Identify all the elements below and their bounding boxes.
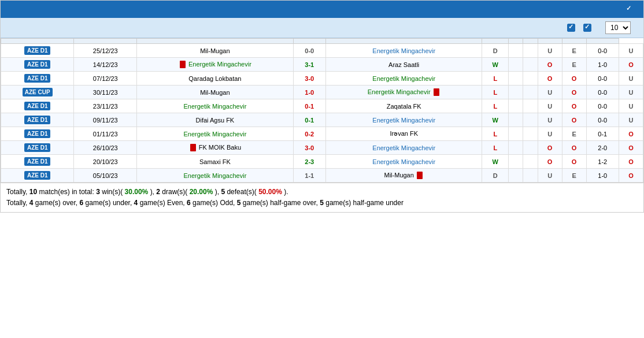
result-value: W: [493, 61, 498, 68]
team1-name: FK MOIK Baku: [199, 144, 241, 151]
cell-result: L: [482, 127, 509, 141]
cell-handicap: [509, 44, 523, 58]
cell-team2: Energetik Mingachevir: [325, 86, 482, 99]
display-notes-checkbox[interactable]: [625, 5, 633, 13]
cell-score: 0-0: [293, 44, 325, 58]
col-ht: [562, 39, 586, 44]
odd-even-value: O: [572, 75, 577, 82]
summary-odd-text: game(s) Odd,: [193, 199, 237, 207]
cell-result: L: [482, 72, 509, 86]
col-over-under-25: [523, 39, 538, 44]
cell-score: 0-1: [293, 99, 325, 113]
cell-result: W: [482, 155, 509, 169]
col-team2: [325, 39, 482, 44]
team2-name: Irəvan FK: [390, 130, 418, 137]
col-odd-even: [538, 39, 562, 44]
odd-even-value: E: [572, 47, 576, 54]
table-row: AZE D105/10/23Energetik Mingachevir1-1Mi…: [1, 169, 643, 183]
summary-line1: Totally, 10 match(es) in total: 3 win(s)…: [6, 187, 638, 198]
table-row: AZE D107/12/23Qaradag Lokbatan3-0Energet…: [1, 72, 643, 86]
cell-date: 01/11/23: [74, 127, 137, 141]
summary-wins: 3: [96, 188, 100, 196]
odd-even-value: E: [572, 61, 576, 68]
aze-cup-checkbox[interactable]: [567, 24, 575, 32]
score-value: 1-0: [305, 89, 314, 96]
cell-match: AZE D1: [1, 127, 74, 141]
summary-win-pct: 30.00%: [125, 188, 149, 196]
cell-ht: 0-0: [586, 44, 619, 58]
cell-over-under: O: [538, 155, 562, 169]
cell-odd-even: E: [562, 58, 586, 72]
cell-odds: [523, 169, 538, 183]
team1-name: Samaxi FK: [199, 158, 231, 165]
score-value: 3-1: [305, 61, 314, 68]
cell-result: L: [482, 86, 509, 99]
cell-result: D: [482, 169, 509, 183]
over-under-value: U: [547, 131, 552, 138]
odd-even-value: O: [572, 89, 577, 96]
cell-team1: Energetik Mingachevir: [137, 58, 294, 72]
team2-name: Energetik Mingachevir: [368, 88, 431, 95]
cell-result: L: [482, 141, 509, 155]
team1-name: Energetik Mingachevir: [183, 103, 246, 110]
match-badge: AZE D1: [24, 129, 51, 138]
cell-over-under: O: [538, 58, 562, 72]
cell-team2: Energetik Mingachevir: [325, 141, 482, 155]
cell-over-under-075: O: [619, 141, 643, 155]
aze-cup-filter[interactable]: [567, 24, 578, 32]
cell-odds: [523, 86, 538, 99]
odd-even-value: E: [572, 131, 576, 138]
over-under-value: U: [547, 117, 552, 124]
scores-table: AZE D125/12/23Mil-Mugan0-0Energetik Ming…: [1, 38, 643, 183]
summary-even: 4: [134, 199, 138, 207]
cell-date: 25/12/23: [74, 44, 137, 58]
team1-name: Mil-Mugan: [200, 47, 230, 54]
red-card-icon: [190, 144, 196, 151]
red-card-icon: [417, 172, 423, 179]
cell-ht: 0-1: [586, 127, 619, 141]
over-under-075-value: U: [628, 103, 633, 110]
last-games-select[interactable]: 5 10 15 20: [605, 21, 631, 34]
table-row: AZE CUP30/11/23Mil-Mugan1-0Energetik Min…: [1, 86, 643, 99]
aze-d1-filter[interactable]: [583, 24, 594, 32]
summary-draw-text: draw(s)(: [162, 188, 187, 196]
cell-ht: 0-0: [586, 72, 619, 86]
cell-team1: Energetik Mingachevir: [137, 169, 294, 183]
cell-date: 07/12/23: [74, 72, 137, 86]
summary-draw-pct: 20.00%: [190, 188, 213, 196]
match-badge: AZE D1: [24, 102, 51, 110]
cell-match: AZE CUP: [1, 86, 74, 99]
cell-over-under-075: U: [619, 113, 643, 127]
cell-date: 30/11/23: [74, 86, 137, 99]
header-bar: [1, 1, 643, 18]
cell-match: AZE D1: [1, 141, 74, 155]
col-team1: [137, 39, 294, 44]
col-over-under-075: [586, 39, 619, 44]
cell-over-under-075: U: [619, 86, 643, 99]
team2-name: Zaqatala FK: [387, 103, 421, 110]
summary-under-text: game(s) under,: [86, 199, 134, 207]
cell-odds: [523, 72, 538, 86]
cell-result: D: [482, 44, 509, 58]
cell-over-under: U: [538, 113, 562, 127]
over-under-value: O: [547, 158, 553, 165]
cell-team2: Energetik Mingachevir: [325, 44, 482, 58]
over-under-075-value: U: [628, 75, 633, 82]
cell-over-under: U: [538, 127, 562, 141]
aze-d1-checkbox[interactable]: [583, 24, 591, 32]
cell-odd-even: O: [562, 86, 586, 99]
result-value: L: [493, 144, 497, 151]
cell-team2: Energetik Mingachevir: [325, 72, 482, 86]
score-value: 0-1: [305, 117, 314, 124]
cell-handicap: [509, 72, 523, 86]
over-under-075-value: U: [628, 89, 633, 96]
cell-match: AZE D1: [1, 169, 74, 183]
summary-draw-close: ),: [215, 188, 221, 196]
table-row: AZE D126/10/23 FK MOIK Baku3-0Energetik …: [1, 141, 643, 155]
cell-ht: 0-0: [586, 99, 619, 113]
over-under-075-value: U: [628, 47, 633, 54]
summary-over: 4: [29, 199, 34, 207]
cell-team1: Difai Agsu FK: [137, 113, 294, 127]
summary-half-under-text: game(s) half-game under: [325, 199, 404, 207]
result-value: L: [493, 103, 497, 110]
